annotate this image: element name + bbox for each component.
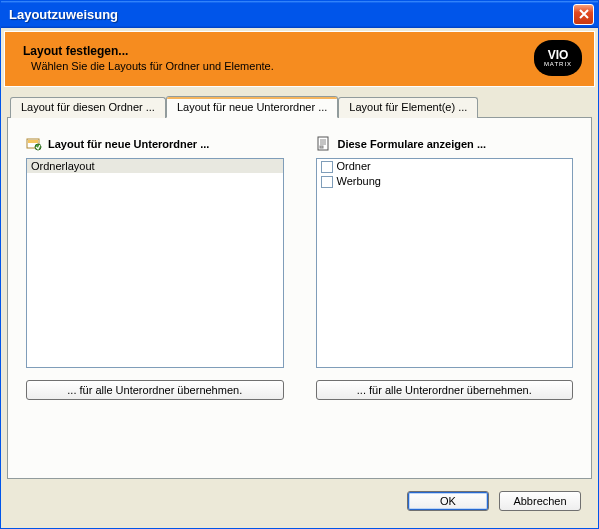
checkbox-label: Ordner — [337, 159, 371, 174]
layout-listbox[interactable]: Ordnerlayout — [26, 158, 284, 368]
right-panel-title: Diese Formulare anzeigen ... — [338, 138, 487, 150]
logo-top: VIO — [548, 49, 569, 61]
banner-title: Layout festlegen... — [23, 44, 534, 58]
right-panel-header: Diese Formulare anzeigen ... — [316, 136, 574, 152]
checkbox-label: Werbung — [337, 174, 381, 189]
window-title: Layoutzuweisung — [9, 7, 573, 22]
svg-rect-1 — [28, 140, 38, 143]
list-item[interactable]: Werbung — [317, 174, 573, 189]
left-panel-title: Layout für neue Unterordner ... — [48, 138, 209, 150]
logo-bottom: MATRIX — [544, 61, 572, 67]
apply-right-button[interactable]: ... für alle Unterordner übernehmen. — [316, 380, 574, 400]
content-area: Layout für diesen Ordner ... Layout für … — [1, 90, 598, 528]
form-icon — [316, 136, 332, 152]
banner-text: Layout festlegen... Wählen Sie die Layou… — [23, 44, 534, 72]
close-icon — [579, 8, 589, 22]
dialog-footer: OK Abbrechen — [4, 479, 595, 525]
dialog-window: Layoutzuweisung Layout festlegen... Wähl… — [0, 0, 599, 529]
close-button[interactable] — [573, 4, 594, 25]
right-panel: Diese Formulare anzeigen ... Ordner Werb… — [316, 136, 574, 400]
brand-logo: VIO MATRIX — [534, 40, 582, 76]
left-panel: Layout für neue Unterordner ... Ordnerla… — [26, 136, 284, 400]
tab-strip: Layout für diesen Ordner ... Layout für … — [4, 96, 595, 117]
checkbox-icon[interactable] — [321, 176, 333, 188]
left-panel-header: Layout für neue Unterordner ... — [26, 136, 284, 152]
apply-left-button[interactable]: ... für alle Unterordner übernehmen. — [26, 380, 284, 400]
list-item[interactable]: Ordnerlayout — [27, 159, 283, 173]
list-item[interactable]: Ordner — [317, 159, 573, 174]
titlebar: Layoutzuweisung — [1, 1, 598, 28]
panels-row: Layout für neue Unterordner ... Ordnerla… — [26, 136, 573, 400]
tab-subfolders[interactable]: Layout für neue Unterordner ... — [166, 96, 338, 118]
forms-listbox[interactable]: Ordner Werbung — [316, 158, 574, 368]
checkbox-icon[interactable] — [321, 161, 333, 173]
svg-rect-7 — [320, 146, 323, 148]
layout-icon — [26, 136, 42, 152]
tab-elements[interactable]: Layout für Element(e) ... — [338, 97, 478, 118]
tab-folder[interactable]: Layout für diesen Ordner ... — [10, 97, 166, 118]
cancel-button[interactable]: Abbrechen — [499, 491, 581, 511]
banner-subtitle: Wählen Sie die Layouts für Ordner und El… — [31, 60, 534, 72]
header-banner: Layout festlegen... Wählen Sie die Layou… — [4, 31, 595, 87]
tab-panel: Layout für neue Unterordner ... Ordnerla… — [7, 117, 592, 479]
ok-button[interactable]: OK — [407, 491, 489, 511]
